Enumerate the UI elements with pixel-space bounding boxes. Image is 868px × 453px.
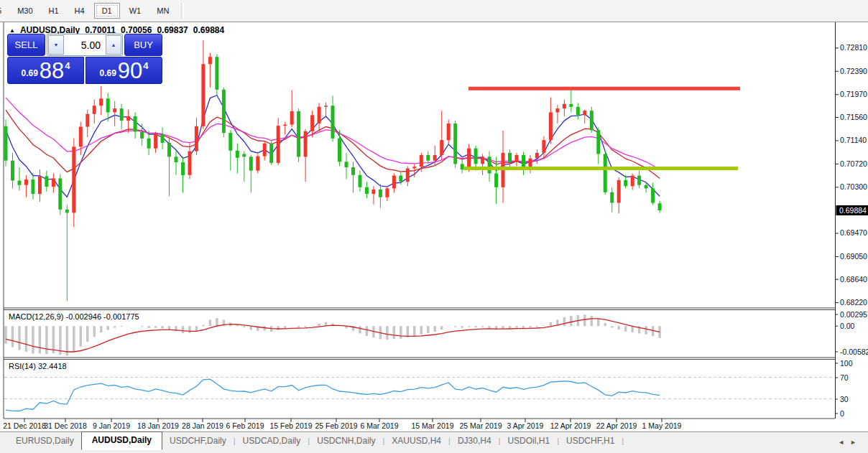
timeframe-d1-button[interactable]: D1 <box>94 3 120 19</box>
svg-text:100: 100 <box>840 359 853 368</box>
tab-scroll-arrows[interactable]: ◄► <box>838 439 862 446</box>
tab-xauusd-h4[interactable]: XAUUSD,H4 <box>384 433 448 449</box>
tab-usdcad-daily[interactable]: USDCAD,Daily <box>236 433 308 449</box>
svg-text:6 Feb 2019: 6 Feb 2019 <box>226 421 264 430</box>
svg-text:30: 30 <box>840 395 849 403</box>
chart-tabbar: EURUSD,Daily AUDUSD,Daily USDCHF,Daily |… <box>0 431 868 453</box>
tab-separator: | <box>622 436 624 445</box>
svg-text:28 Jan 2019: 28 Jan 2019 <box>182 421 223 430</box>
svg-text:31 Dec 2018: 31 Dec 2018 <box>44 421 87 430</box>
ohlc-close: 0.69884 <box>193 25 224 35</box>
one-click-trading-panel: SELL ▼ ▲ BUY 0.69 88 4 0.69 90 4 <box>7 34 162 84</box>
timeframe-mn-button[interactable]: MN <box>150 4 175 18</box>
mt4-terminal: { "toolbar": { "timeframes": ["5", "M30"… <box>0 0 868 453</box>
timeframe-h4-button[interactable]: H4 <box>68 4 91 18</box>
svg-text:1 May 2019: 1 May 2019 <box>642 421 682 430</box>
tab-usdoil-h1[interactable]: USDOil,H1 <box>500 433 557 449</box>
svg-text:0.71970: 0.71970 <box>840 90 867 98</box>
svg-text:3 Apr 2019: 3 Apr 2019 <box>507 421 544 430</box>
svg-text:0.00: 0.00 <box>840 322 855 330</box>
svg-text:0.69470: 0.69470 <box>840 228 867 237</box>
sell-button[interactable]: SELL <box>7 34 45 56</box>
svg-text:0: 0 <box>840 409 844 418</box>
svg-text:9 Jan 2019: 9 Jan 2019 <box>93 421 130 430</box>
volume-stepper: ▼ ▲ <box>47 34 123 56</box>
svg-text:0.71140: 0.71140 <box>840 136 867 144</box>
svg-text:0.72390: 0.72390 <box>840 67 867 75</box>
volume-increase-button[interactable]: ▲ <box>106 35 121 55</box>
svg-text:6 Mar 2019: 6 Mar 2019 <box>360 421 398 430</box>
sell-price-button[interactable]: 0.69 88 4 <box>7 57 84 84</box>
svg-text:22 Apr 2019: 22 Apr 2019 <box>596 421 637 430</box>
svg-text:0.002957: 0.002957 <box>840 310 868 319</box>
sell-price-pips: 88 <box>40 61 64 81</box>
svg-text:15 Feb 2019: 15 Feb 2019 <box>270 421 313 430</box>
tab-usdchf-daily[interactable]: USDCHF,Daily <box>162 433 234 449</box>
toolbar-separator <box>181 3 184 19</box>
rsi-label: RSI(14) 32.4418 <box>9 362 67 370</box>
svg-text:0.69884: 0.69884 <box>839 206 867 215</box>
timeframe-m30-button[interactable]: M30 <box>11 4 39 18</box>
sell-price-point: 4 <box>65 60 70 71</box>
buy-button[interactable]: BUY <box>124 34 162 56</box>
svg-text:25 Mar 2019: 25 Mar 2019 <box>460 421 502 430</box>
tab-audusd-daily[interactable]: AUDUSD,Daily <box>81 431 162 450</box>
timeframe-w1-button[interactable]: W1 <box>123 4 148 18</box>
timeframe-toolbar: 5 M30 H1 H4 D1 W1 MN <box>0 0 868 22</box>
svg-text:25 Feb 2019: 25 Feb 2019 <box>315 421 358 430</box>
svg-text:0.68220: 0.68220 <box>840 298 867 307</box>
svg-text:-0.005825: -0.005825 <box>840 347 868 356</box>
svg-text:70: 70 <box>840 373 849 382</box>
buy-price-button[interactable]: 0.69 90 4 <box>86 57 162 84</box>
buy-price-pips: 90 <box>118 61 142 81</box>
svg-text:0.72810: 0.72810 <box>840 43 867 52</box>
svg-text:0.69050: 0.69050 <box>840 252 867 261</box>
svg-text:0.68640: 0.68640 <box>840 275 867 284</box>
tab-eurusd-daily[interactable]: EURUSD,Daily <box>9 433 81 449</box>
volume-input[interactable] <box>65 34 105 55</box>
svg-text:0.70720: 0.70720 <box>840 159 867 168</box>
svg-text:12 Apr 2019: 12 Apr 2019 <box>550 421 591 430</box>
svg-text:0.70300: 0.70300 <box>840 182 867 191</box>
buy-price-prefix: 0.69 <box>99 68 116 78</box>
macd-label: MACD(12,26,9) -0.002946 -0.001775 <box>9 312 139 321</box>
svg-text:18 Jan 2019: 18 Jan 2019 <box>137 421 179 430</box>
collapse-chart-icon[interactable]: ▲ <box>9 27 15 34</box>
tab-usdchf-h1[interactable]: USDCHF,H1 <box>559 433 622 449</box>
buy-price-point: 4 <box>143 60 148 71</box>
tab-scroll-left-icon: ◄ <box>838 439 850 446</box>
sell-price-prefix: 0.69 <box>21 68 37 78</box>
svg-text:15 Mar 2019: 15 Mar 2019 <box>412 421 454 430</box>
svg-text:21 Dec 2018: 21 Dec 2018 <box>3 421 46 430</box>
timeframe-m5-button[interactable]: 5 <box>0 4 8 18</box>
tab-dj30-h4[interactable]: DJ30,H4 <box>451 433 499 449</box>
tab-usdcnh-daily[interactable]: USDCNH,Daily <box>310 433 382 449</box>
svg-text:0.71560: 0.71560 <box>840 113 867 121</box>
tab-scroll-right-icon: ► <box>850 439 862 446</box>
volume-decrease-button[interactable]: ▼ <box>48 35 64 55</box>
timeframe-h1-button[interactable]: H1 <box>42 4 65 18</box>
